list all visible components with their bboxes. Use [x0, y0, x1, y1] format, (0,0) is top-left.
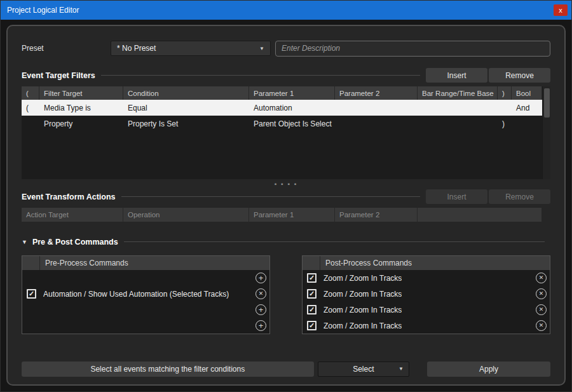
divider	[121, 196, 421, 197]
cell-parameter-1: Automation	[249, 104, 335, 112]
command-label: Zoom / Zoom In Tracks	[323, 290, 402, 299]
post-process-header: Post-Process Commands	[303, 256, 550, 270]
close-icon: x	[559, 7, 562, 14]
check-icon: ✓	[309, 274, 315, 281]
post-command-row[interactable]: ✓ Zoom / Zoom In Tracks ✕	[303, 270, 550, 286]
post-process-panel: Post-Process Commands ✓ Zoom / Zoom In T…	[302, 255, 550, 334]
event-target-filters-head: Event Target Filters Insert Remove	[22, 68, 550, 83]
splitter-handle[interactable]: ▪ ▪ ▪ ▪	[22, 179, 550, 188]
pre-process-header-label: Pre-Process Commands	[40, 256, 269, 270]
collapse-triangle-icon[interactable]: ▼	[22, 239, 27, 245]
command-checkbox[interactable]: ✓	[307, 273, 317, 283]
add-command-icon[interactable]: +	[255, 320, 266, 331]
cell-filter-target: Media Type is	[39, 104, 123, 112]
function-value: Select	[353, 365, 374, 374]
cross-glyph: ✕	[539, 291, 544, 297]
event-transform-actions-head: Event Transform Actions Insert Remove	[22, 189, 550, 204]
remove-command-icon[interactable]: ✕	[536, 288, 547, 299]
column-header-bool: Bool	[512, 86, 542, 100]
command-checkbox[interactable]: ✓	[27, 289, 36, 299]
pre-process-header: Pre-Process Commands	[22, 256, 269, 270]
pre-post-commands-head: ▼ Pre & Post Commands	[22, 234, 550, 249]
cross-glyph: ✕	[259, 291, 264, 297]
pre-command-empty-slot: +	[22, 302, 269, 318]
cross-glyph: ✕	[539, 307, 544, 313]
filter-table-header: ( Filter Target Condition Parameter 1 Pa…	[22, 86, 542, 100]
check-icon: ✓	[29, 290, 34, 297]
check-icon: ✓	[309, 322, 315, 329]
filter-row[interactable]: ( Media Type is Equal Automation And	[22, 100, 542, 116]
command-checkbox[interactable]: ✓	[307, 289, 317, 299]
editor-panel: Preset * No Preset ▼ Event Target Filter…	[6, 25, 566, 386]
column-header-filter-target: Filter Target	[39, 86, 123, 100]
preset-value: * No Preset	[117, 44, 156, 53]
function-dropdown[interactable]: Select ▼	[318, 362, 409, 377]
post-command-row[interactable]: ✓ Zoom / Zoom In Tracks ✕	[303, 318, 550, 334]
title-bar[interactable]: Project Logical Editor x	[1, 1, 571, 20]
project-logical-editor-window: Project Logical Editor x Preset * No Pre…	[0, 0, 572, 392]
command-label: Zoom / Zoom In Tracks	[323, 274, 402, 283]
actions-insert-button: Insert	[426, 189, 487, 204]
column-header-parameter-1: Parameter 1	[249, 208, 335, 222]
close-button[interactable]: x	[554, 4, 568, 16]
command-panels: Pre-Process Commands + ✓ Automation / Sh…	[22, 255, 550, 334]
cell-parameter-1: Parent Object Is Select	[249, 119, 335, 128]
command-label: Zoom / Zoom In Tracks	[323, 321, 402, 330]
command-checkbox[interactable]: ✓	[307, 305, 317, 314]
splitter-dots-icon: ▪ ▪ ▪ ▪	[275, 180, 298, 187]
column-header-paren-close: )	[498, 86, 512, 100]
chevron-down-icon: ▼	[398, 366, 404, 372]
post-command-row[interactable]: ✓ Zoom / Zoom In Tracks ✕	[303, 286, 550, 302]
check-icon: ✓	[309, 290, 315, 297]
cell-bool: And	[512, 104, 542, 112]
scrollbar[interactable]	[542, 86, 550, 179]
event-target-filters-title: Event Target Filters	[22, 71, 95, 80]
scrollbar-thumb[interactable]	[544, 88, 550, 118]
cross-glyph: ✕	[539, 275, 544, 281]
filters-insert-button[interactable]: Insert	[426, 68, 487, 83]
pre-process-panel: Pre-Process Commands + ✓ Automation / Sh…	[22, 255, 270, 334]
plus-glyph: +	[259, 306, 264, 314]
window-body: Preset * No Preset ▼ Event Target Filter…	[1, 20, 571, 391]
filter-table: ( Filter Target Condition Parameter 1 Pa…	[22, 86, 550, 179]
filters-remove-button[interactable]: Remove	[489, 68, 550, 83]
select-all-button[interactable]: Select all events matching the filter co…	[22, 362, 314, 377]
description-input[interactable]	[275, 41, 550, 57]
post-process-header-label: Post-Process Commands	[320, 256, 550, 270]
cell-paren-open: (	[22, 104, 39, 112]
column-header-paren-open: (	[22, 86, 39, 100]
command-checkbox[interactable]: ✓	[307, 321, 317, 330]
column-header-parameter-1: Parameter 1	[249, 86, 335, 100]
post-command-row[interactable]: ✓ Zoom / Zoom In Tracks ✕	[303, 302, 550, 318]
add-command-icon[interactable]: +	[255, 273, 266, 283]
column-header-action-target: Action Target	[22, 208, 123, 222]
plus-glyph: +	[259, 274, 264, 282]
chevron-down-icon: ▼	[259, 46, 264, 51]
remove-command-icon[interactable]: ✕	[536, 273, 547, 283]
cross-glyph: ✕	[539, 323, 544, 328]
pre-command-empty-slot: +	[22, 270, 269, 286]
divider	[101, 75, 420, 76]
cell-condition: Property Is Set	[123, 119, 249, 128]
remove-command-icon[interactable]: ✕	[255, 288, 266, 299]
preset-dropdown[interactable]: * No Preset ▼	[111, 41, 271, 56]
preset-row: Preset * No Preset ▼	[22, 40, 550, 57]
header-icon-column	[303, 256, 320, 270]
remove-command-icon[interactable]: ✕	[536, 304, 547, 315]
pre-command-row[interactable]: ✓ Automation / Show Used Automation (Sel…	[22, 286, 269, 302]
column-header-parameter-2: Parameter 2	[335, 86, 418, 100]
window-title: Project Logical Editor	[7, 6, 79, 15]
remove-command-icon[interactable]: ✕	[536, 320, 547, 331]
apply-button[interactable]: Apply	[427, 362, 550, 377]
header-icon-column	[22, 256, 40, 270]
add-command-icon[interactable]: +	[255, 304, 266, 315]
cell-filter-target: Property	[39, 119, 123, 128]
filter-row[interactable]: Property Property Is Set Parent Object I…	[22, 116, 542, 132]
command-label: Zoom / Zoom In Tracks	[323, 306, 402, 314]
column-header-condition: Condition	[123, 86, 249, 100]
event-transform-actions-title: Event Transform Actions	[22, 193, 116, 201]
preset-label: Preset	[22, 44, 111, 53]
actions-table-header: Action Target Operation Parameter 1 Para…	[22, 208, 542, 222]
column-header-parameter-2: Parameter 2	[335, 208, 418, 222]
cell-condition: Equal	[123, 104, 249, 112]
